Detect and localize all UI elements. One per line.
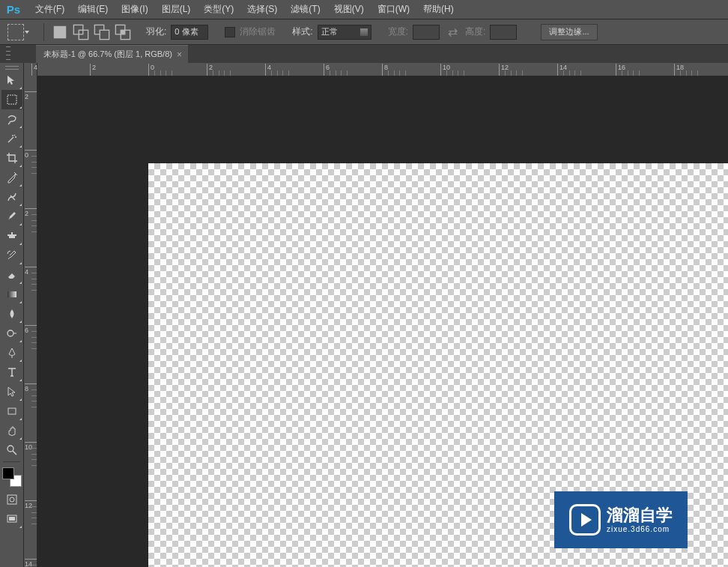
- tabstrip-handle[interactable]: [6, 46, 10, 60]
- options-bar: 羽化: 消除锯齿 样式: 正常 宽度: ⇄ 高度: 调整边缘...: [0, 19, 728, 45]
- brush-tool[interactable]: [1, 207, 22, 226]
- lasso-tool[interactable]: [1, 109, 22, 129]
- tools-panel: [0, 63, 24, 567]
- width-label: 宽度:: [388, 25, 408, 38]
- healing-brush-tool[interactable]: [1, 187, 22, 207]
- ruler-horizontal[interactable]: 024681012141618202224262830323436384024: [37, 63, 728, 76]
- viewport[interactable]: CTRL+R 溜溜自学 zixue.3d66.com: [37, 76, 728, 567]
- refine-edge-button[interactable]: 调整边缘...: [541, 24, 597, 40]
- tools-handle[interactable]: [0, 64, 23, 70]
- quick-mask-tool[interactable]: [1, 490, 22, 509]
- svg-rect-0: [54, 25, 67, 38]
- menubar: Ps 文件(F) 编辑(E) 图像(I) 图层(L) 类型(Y) 选择(S) 滤…: [0, 0, 728, 19]
- antialias-checkbox[interactable]: [225, 27, 235, 37]
- pen-tool[interactable]: [1, 343, 22, 363]
- marquee-tool[interactable]: [1, 90, 22, 109]
- ruler-vertical[interactable]: 02468101214161820222426282: [24, 63, 37, 567]
- color-swatches[interactable]: [2, 467, 22, 487]
- height-input: [490, 25, 517, 40]
- menu-edit[interactable]: 编辑(E): [71, 0, 115, 19]
- menu-select[interactable]: 选择(S): [240, 0, 284, 19]
- svg-point-10: [7, 330, 13, 336]
- app-logo: Ps: [4, 2, 22, 17]
- svg-rect-16: [9, 517, 15, 521]
- document-tab[interactable]: 未标题-1 @ 66.7% (图层 1, RGB/8) ×: [36, 45, 188, 63]
- tool-preset-icon[interactable]: [7, 24, 24, 40]
- menu-image[interactable]: 图像(I): [115, 0, 154, 19]
- svg-point-14: [10, 497, 14, 502]
- watermark: 溜溜自学 zixue.3d66.com: [554, 491, 688, 548]
- type-tool[interactable]: [1, 363, 22, 382]
- svg-rect-4: [100, 30, 109, 39]
- subtract-selection-icon[interactable]: [94, 24, 110, 40]
- document-tab-title: 未标题-1 @ 66.7% (图层 1, RGB/8): [43, 49, 172, 60]
- path-selection-tool[interactable]: [1, 382, 22, 401]
- width-input: [413, 25, 440, 40]
- menu-filter[interactable]: 滤镜(T): [284, 0, 327, 19]
- play-icon: [569, 504, 601, 536]
- svg-rect-13: [7, 495, 16, 504]
- dodge-tool[interactable]: [1, 324, 22, 343]
- svg-rect-11: [8, 408, 16, 414]
- history-brush-tool[interactable]: [1, 246, 22, 265]
- magic-wand-tool[interactable]: [1, 129, 22, 148]
- svg-rect-8: [7, 95, 16, 104]
- canvas-area: 02468101214161820222426282 0246810121416…: [24, 63, 728, 567]
- gradient-tool[interactable]: [1, 285, 22, 304]
- blur-tool[interactable]: [1, 304, 22, 324]
- antialias-label: 消除锯齿: [240, 25, 276, 38]
- feather-input[interactable]: [171, 25, 208, 40]
- eyedropper-tool[interactable]: [1, 168, 22, 187]
- style-label: 样式:: [292, 25, 312, 38]
- menu-layer[interactable]: 图层(L): [155, 0, 198, 19]
- new-selection-icon[interactable]: [52, 24, 68, 40]
- screen-mode-tool[interactable]: [1, 509, 22, 529]
- clone-stamp-tool[interactable]: [1, 226, 22, 246]
- add-selection-icon[interactable]: [73, 24, 89, 40]
- menu-view[interactable]: 视图(V): [327, 0, 371, 19]
- move-tool[interactable]: [1, 70, 22, 90]
- hand-tool[interactable]: [1, 421, 22, 440]
- divider: [43, 23, 44, 41]
- intersect-selection-icon[interactable]: [115, 24, 131, 40]
- height-label: 高度:: [465, 25, 485, 38]
- crop-tool[interactable]: [1, 148, 22, 168]
- close-icon[interactable]: ×: [177, 49, 182, 60]
- swap-dimensions-icon: ⇄: [444, 24, 461, 40]
- feather-label: 羽化:: [146, 25, 166, 38]
- svg-point-12: [7, 446, 13, 452]
- workspace: 02468101214161820222426282 0246810121416…: [0, 63, 728, 567]
- menu-type[interactable]: 类型(Y): [197, 0, 240, 19]
- menu-file[interactable]: 文件(F): [28, 0, 71, 19]
- menu-window[interactable]: 窗口(W): [371, 0, 416, 19]
- zoom-tool[interactable]: [1, 440, 22, 460]
- style-select[interactable]: 正常: [318, 25, 371, 40]
- svg-rect-7: [121, 30, 125, 34]
- menu-help[interactable]: 帮助(H): [416, 0, 461, 19]
- rectangle-tool[interactable]: [1, 401, 22, 421]
- watermark-title: 溜溜自学: [607, 506, 673, 525]
- svg-rect-9: [7, 291, 16, 297]
- watermark-url: zixue.3d66.com: [607, 525, 673, 534]
- document-tabstrip: 未标题-1 @ 66.7% (图层 1, RGB/8) ×: [0, 45, 728, 63]
- eraser-tool[interactable]: [1, 265, 22, 285]
